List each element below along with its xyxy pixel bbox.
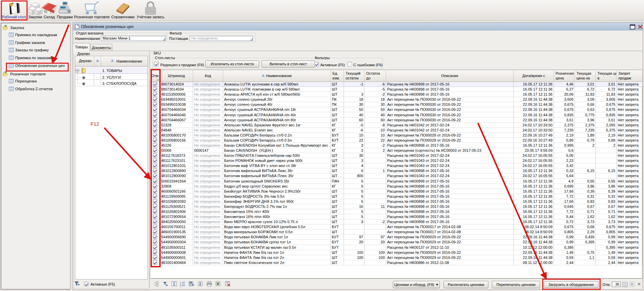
svg-text:Σ: Σ	[199, 282, 202, 286]
svg-text:3: 3	[180, 285, 181, 287]
